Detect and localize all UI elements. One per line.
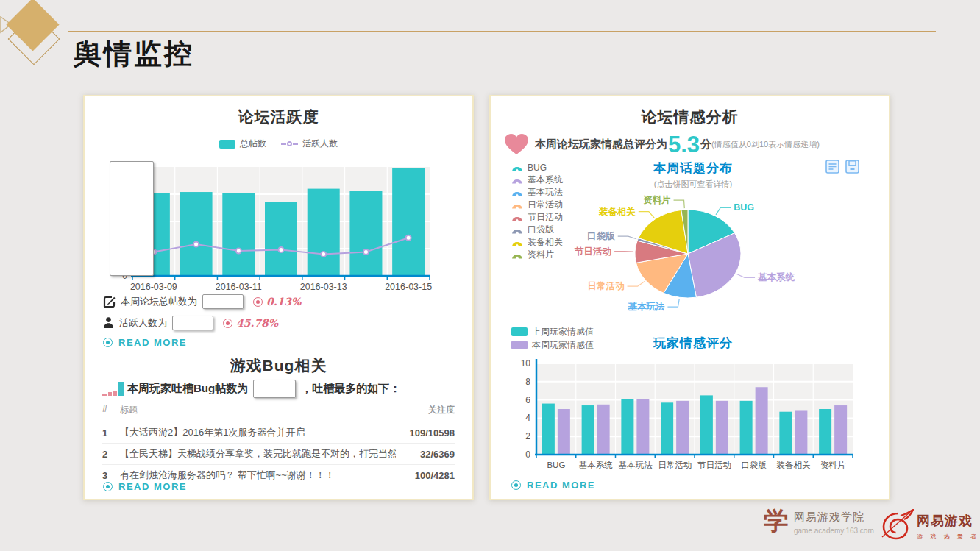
bug-intro-line: 本周玩家吐槽Bug帖数为 ，吐槽最多的如下： — [102, 380, 400, 398]
bar-swatch — [511, 341, 528, 349]
row-rank: 1 — [102, 427, 120, 438]
row-score: 32/6369 — [396, 449, 455, 460]
fan-swatch — [511, 188, 523, 196]
svg-text:基本系统: 基本系统 — [579, 461, 614, 469]
svg-text:装备相关: 装备相关 — [599, 206, 636, 217]
svg-text:口袋版: 口袋版 — [741, 461, 767, 469]
legend-item-活跃人数[interactable]: 活跃人数 — [281, 138, 338, 150]
svg-text:BUG: BUG — [734, 202, 754, 213]
netease-academy-logo: 学 网易游戏学院 game.academy.163.com — [764, 506, 874, 536]
row-rank: 2 — [102, 449, 120, 460]
score-note: (情感值从0到10表示情感递增) — [711, 139, 820, 150]
row-score: 109/10598 — [396, 427, 455, 438]
fan-swatch — [511, 163, 523, 171]
redaction-box-value — [202, 294, 244, 309]
marker — [287, 141, 292, 146]
activity-read-more-link[interactable]: READ MORE — [103, 337, 187, 348]
svg-text:资料片: 资料片 — [643, 195, 671, 205]
bug-read-more-link[interactable]: READ MORE — [103, 481, 187, 492]
svg-text:BUG: BUG — [547, 461, 565, 469]
legend-label: 上周玩家情感值 — [532, 326, 594, 338]
pie-chart-title: 本周话题分布 — [586, 160, 800, 177]
netease-name: 网易游戏 — [917, 512, 979, 530]
stat-prefix: 活跃人数为 — [119, 316, 167, 330]
circle-dot-icon — [253, 297, 263, 307]
stat-delta: 0.13% — [266, 296, 301, 308]
svg-text:资料片: 资料片 — [820, 461, 846, 469]
svg-text:2016-03-13: 2016-03-13 — [300, 282, 347, 292]
sentiment-score-line: 本周论坛玩家情感总评分为 5.3 分 (情感值从0到10表示情感递增) — [504, 133, 820, 156]
fan-swatch — [511, 201, 523, 209]
netease-slogan: 游 戏 热 爱 者 — [917, 533, 979, 541]
svg-text:2016-03-09: 2016-03-09 — [130, 282, 177, 292]
netease-swirl-icon — [880, 509, 914, 544]
bug-intro-suffix: ，吐槽最多的如下： — [301, 382, 400, 396]
dash — [293, 143, 298, 145]
circle-dot-icon — [511, 480, 521, 490]
row-title: 【全民天梯】天梯战绩分享拿奖，装完比就跑是不对的，打完当然要秀出来！ — [120, 447, 396, 461]
svg-text:基本玩法: 基本玩法 — [627, 302, 665, 312]
bar-swatch — [219, 140, 235, 149]
col-score: 关注度 — [396, 404, 455, 416]
sentiment-panel-title: 论坛情感分析 — [491, 107, 889, 127]
netease-games-logo: 网易游戏 游 戏 热 爱 者 — [880, 509, 979, 544]
table-row[interactable]: 2【全民天梯】天梯战绩分享拿奖，装完比就跑是不对的，打完当然要秀出来！32/63… — [102, 444, 455, 465]
active-users-stat: 活跃人数为45.78% — [103, 316, 278, 330]
total-posts-stat: 本周论坛总帖数为0.13% — [103, 294, 301, 309]
dash — [281, 143, 286, 145]
fan-swatch — [511, 238, 523, 246]
bug-intro-prefix: 本周玩家吐槽Bug帖数为 — [127, 382, 248, 396]
academy-seal-icon: 学 — [764, 506, 789, 536]
pie-legend-item-BUG[interactable]: BUG — [511, 161, 563, 174]
legend-item-总帖数[interactable]: 总帖数 — [219, 138, 266, 150]
topic-pie-chart[interactable]: BUG基本系统基本玩法日常活动节日活动口袋版装备相关资料片 — [553, 183, 803, 326]
senti-legend-item-上周玩家情感值[interactable]: 上周玩家情感值 — [511, 325, 594, 338]
page-title: 舆情监控 — [74, 35, 194, 73]
svg-text:2016-03-15: 2016-03-15 — [385, 282, 432, 292]
svg-text:6: 6 — [525, 395, 530, 405]
activity-chart-legend: 总帖数活跃人数 — [85, 138, 472, 150]
academy-url: game.academy.163.com — [794, 527, 874, 535]
stat-delta: 45.78% — [236, 317, 278, 329]
bar-swatch — [511, 327, 528, 336]
svg-text:节日活动: 节日活动 — [574, 246, 612, 257]
line-swatch — [281, 141, 298, 146]
senti-legend-item-本周玩家情感值[interactable]: 本周玩家情感值 — [511, 338, 594, 352]
academy-name: 网易游戏学院 — [794, 506, 874, 525]
svg-text:2: 2 — [525, 431, 530, 441]
table-row[interactable]: 1【大话西游2】2016年第1次服务器合并开启109/10598 — [102, 422, 455, 444]
read-more-label: READ MORE — [118, 481, 187, 492]
activity-chart: 02016-03-092016-03-112016-03-132016-03-1… — [118, 160, 475, 296]
sentiment-read-more-link[interactable]: READ MORE — [511, 480, 595, 491]
svg-text:日常活动: 日常活动 — [658, 461, 692, 469]
score-unit: 分 — [700, 138, 711, 152]
sentiment-chart-legend: 上周玩家情感值本周玩家情感值 — [511, 325, 594, 352]
circle-dot-icon — [103, 338, 113, 347]
bug-table: # 标题 关注度 1【大话西游2】2016年第1次服务器合并开启109/1059… — [102, 404, 455, 486]
save-image-icon[interactable] — [845, 160, 859, 174]
gold-divider-line — [68, 31, 936, 32]
fan-swatch — [511, 176, 523, 184]
mini-bar-chart-icon — [102, 382, 124, 396]
svg-text:装备相关: 装备相关 — [776, 461, 810, 469]
fan-swatch — [511, 213, 523, 221]
redaction-box-value — [172, 316, 213, 330]
row-rank: 3 — [102, 470, 120, 481]
circle-dot-icon — [103, 482, 113, 491]
data-view-icon[interactable] — [825, 160, 839, 174]
circle-dot-icon — [223, 319, 232, 328]
sentiment-chart-title: 玩家情感评分 — [586, 335, 800, 352]
sentiment-chart-header: 玩家情感评分 — [586, 335, 800, 352]
col-title: 标题 — [120, 404, 396, 416]
legend-label: 本周玩家情感值 — [532, 339, 594, 352]
legend-label: 总帖数 — [240, 138, 266, 150]
svg-text:8: 8 — [525, 377, 530, 387]
heart-icon — [504, 133, 529, 156]
svg-text:10: 10 — [521, 358, 531, 369]
bug-table-header: # 标题 关注度 — [102, 404, 455, 422]
sentiment-bar-chart: 0246810BUG基本系统基本玩法日常活动节日活动口袋版装备相关资料片 — [511, 358, 861, 480]
legend-label: 资料片 — [528, 249, 554, 261]
person-icon — [103, 317, 114, 329]
svg-text:4: 4 — [525, 413, 530, 423]
svg-text:节日活动: 节日活动 — [697, 461, 731, 469]
